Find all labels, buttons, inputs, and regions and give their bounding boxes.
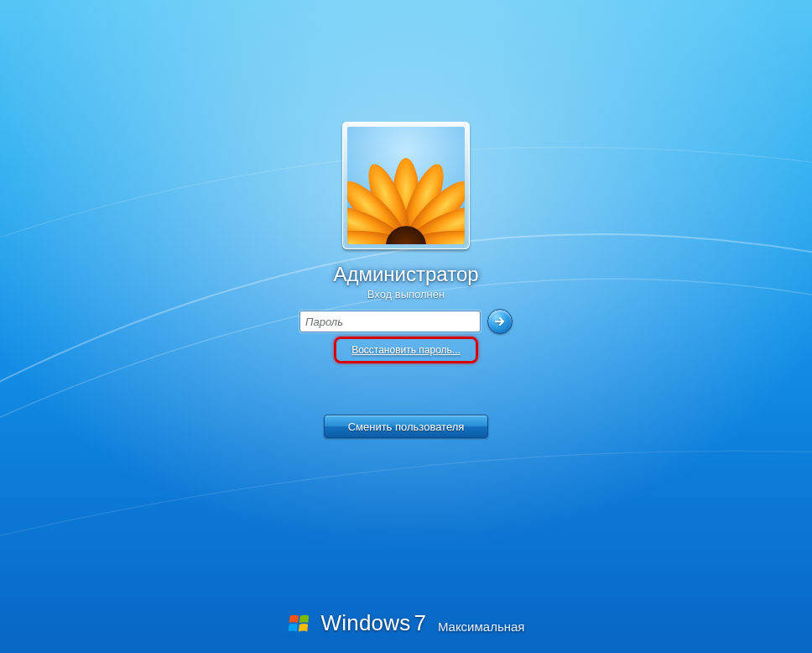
brand-product: Windows (321, 610, 411, 636)
branding-bar: Windows 7 Максимальная (288, 610, 525, 636)
submit-button[interactable] (487, 309, 513, 334)
arrow-right-icon (493, 315, 507, 328)
password-input[interactable] (299, 311, 481, 332)
reset-password-link[interactable]: Восстановить пароль... (345, 341, 467, 359)
brand-edition: Максимальная (438, 619, 525, 636)
password-row (299, 309, 513, 334)
login-status-label: Вход выполнен (367, 288, 445, 300)
flower-avatar-icon (347, 127, 465, 244)
switch-user-button[interactable]: Сменить пользователя (324, 415, 488, 438)
username-label: Администратор (333, 263, 478, 286)
user-avatar (342, 122, 470, 249)
login-screen: Администратор Вход выполнен Восстановить… (0, 0, 812, 653)
login-panel: Администратор Вход выполнен Восстановить… (247, 122, 565, 438)
brand-version: 7 (414, 610, 425, 636)
windows-logo-icon (288, 611, 313, 636)
